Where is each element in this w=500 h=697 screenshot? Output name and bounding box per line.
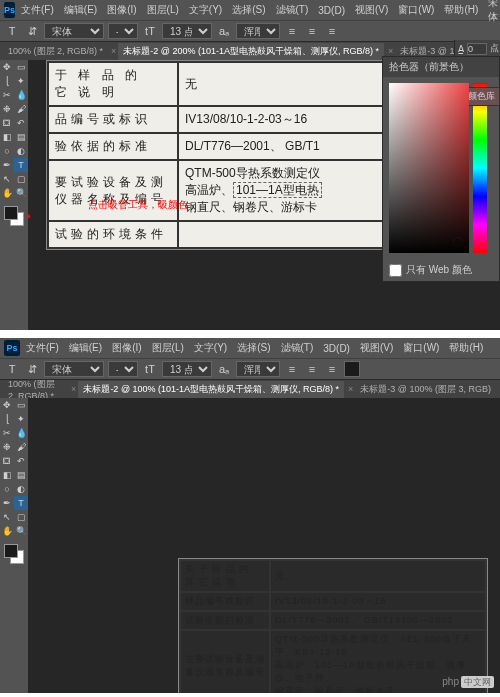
menu-layer[interactable]: 图层(L) <box>148 339 188 357</box>
history-brush-icon[interactable]: ↶ <box>14 116 28 130</box>
eyedropper-tool-icon[interactable]: 💧 <box>14 88 28 102</box>
doc-tab-1[interactable]: 未标题-2 @ 100% (101-1A型电热鼓风干燥箱、测厚仪, RGB/8)… <box>78 381 344 398</box>
brush-tool-icon[interactable]: 🖌 <box>14 440 28 454</box>
gradient-tool-icon[interactable]: ▤ <box>14 468 28 482</box>
zoom-tool-icon[interactable]: 🔍 <box>14 186 28 200</box>
text-color-swatch[interactable] <box>344 361 360 377</box>
document-tab-bar: 100% (图层 2, RGB/8) *× 未标题-2 @ 100% (101-… <box>0 380 500 398</box>
menu-image[interactable]: 图像(I) <box>103 1 140 19</box>
font-family-select[interactable]: 宋体 <box>44 23 104 39</box>
color-swatches[interactable] <box>0 540 28 572</box>
foreground-swatch[interactable] <box>4 206 18 220</box>
marquee-tool-icon[interactable]: ▭ <box>14 60 28 74</box>
font-family-select[interactable]: 宋体 <box>44 361 104 377</box>
eraser-tool-icon[interactable]: ◧ <box>0 130 14 144</box>
pen-tool-icon[interactable]: ✒ <box>0 496 14 510</box>
stamp-tool-icon[interactable]: ⛋ <box>0 454 14 468</box>
font-size-icon: tT <box>142 23 158 39</box>
menu-window[interactable]: 窗口(W) <box>394 1 438 19</box>
canvas-area[interactable]: 关 于 样 品 的其 它 说 明无 样品编号或标识IV13/08/10-1-2-… <box>28 398 500 693</box>
hand-tool-icon[interactable]: ✋ <box>0 186 14 200</box>
menu-help[interactable]: 帮助(H) <box>445 339 487 357</box>
align-right-icon[interactable]: ≡ <box>324 23 340 39</box>
menu-edit[interactable]: 编辑(E) <box>65 339 106 357</box>
dodge-tool-icon[interactable]: ◐ <box>14 482 28 496</box>
doc-tab-1[interactable]: 未标题-2 @ 200% (101-1A型电热鼓风干燥箱、测厚仪, RGB/8)… <box>118 43 384 60</box>
color-swatches[interactable] <box>0 202 28 234</box>
shape-tool-icon[interactable]: ▢ <box>14 172 28 186</box>
anti-alias-select[interactable]: 浑厚 <box>236 361 280 377</box>
foreground-swatch[interactable] <box>4 544 18 558</box>
menu-view[interactable]: 视图(V) <box>356 339 397 357</box>
menu-select[interactable]: 选择(S) <box>228 1 269 19</box>
wand-tool-icon[interactable]: ✦ <box>14 74 28 88</box>
menu-type[interactable]: 文字(Y) <box>190 339 231 357</box>
align-left-icon[interactable]: ≡ <box>284 23 300 39</box>
menu-layer[interactable]: 图层(L) <box>143 1 183 19</box>
menu-file[interactable]: 文件(F) <box>17 1 58 19</box>
menu-view[interactable]: 视图(V) <box>351 1 392 19</box>
doc-tab-0[interactable]: 100% (图层 2, RGB/8) * <box>4 380 67 398</box>
doc-tab-0[interactable]: 100% (图层 2, RGB/8) * <box>4 43 107 60</box>
leading-field[interactable] <box>467 43 487 55</box>
menu-file[interactable]: 文件(F) <box>22 339 63 357</box>
heal-tool-icon[interactable]: ❉ <box>0 102 14 116</box>
menu-type[interactable]: 文字(Y) <box>185 1 226 19</box>
history-brush-icon[interactable]: ↶ <box>14 454 28 468</box>
font-style-select[interactable]: - <box>108 361 138 377</box>
align-right-icon[interactable]: ≡ <box>324 361 340 377</box>
heal-tool-icon[interactable]: ❉ <box>0 440 14 454</box>
menu-edit[interactable]: 编辑(E) <box>60 1 101 19</box>
font-size-select[interactable]: 13 点 <box>162 361 212 377</box>
hand-tool-icon[interactable]: ✋ <box>0 524 14 538</box>
pen-tool-icon[interactable]: ✒ <box>0 158 14 172</box>
menu-3d[interactable]: 3D(D) <box>319 341 354 356</box>
font-style-select[interactable]: - <box>108 23 138 39</box>
doc-tab-2[interactable]: 未标题-3 @ 100% (图层 3, RGB) <box>355 381 496 398</box>
path-tool-icon[interactable]: ↖ <box>0 172 14 186</box>
brush-tool-icon[interactable]: 🖌 <box>14 102 28 116</box>
shape-tool-icon[interactable]: ▢ <box>14 510 28 524</box>
dodge-tool-icon[interactable]: ◐ <box>14 144 28 158</box>
type-tool-icon[interactable]: T <box>14 496 28 510</box>
eraser-tool-icon[interactable]: ◧ <box>0 468 14 482</box>
lasso-tool-icon[interactable]: ɭ <box>0 412 14 426</box>
align-left-icon[interactable]: ≡ <box>284 361 300 377</box>
close-tab-icon[interactable]: × <box>71 384 76 394</box>
menu-image[interactable]: 图像(I) <box>108 339 145 357</box>
type-tool-icon[interactable]: T <box>14 158 28 172</box>
move-tool-icon[interactable]: ✥ <box>0 60 14 74</box>
color-cursor[interactable] <box>453 237 463 247</box>
orientation-icon[interactable]: ⇵ <box>24 23 40 39</box>
wand-tool-icon[interactable]: ✦ <box>14 412 28 426</box>
eyedropper-tool-icon[interactable]: 💧 <box>14 426 28 440</box>
move-tool-icon[interactable]: ✥ <box>0 398 14 412</box>
align-center-icon[interactable]: ≡ <box>304 361 320 377</box>
color-field[interactable] <box>389 83 469 253</box>
blur-tool-icon[interactable]: ○ <box>0 144 14 158</box>
web-colors-checkbox[interactable] <box>389 264 402 277</box>
menu-filter[interactable]: 滤镜(T) <box>277 339 318 357</box>
menu-filter[interactable]: 滤镜(T) <box>272 1 313 19</box>
orientation-icon[interactable]: ⇵ <box>24 361 40 377</box>
close-tab-icon[interactable]: × <box>111 46 116 56</box>
menu-help[interactable]: 帮助(H) <box>440 1 482 19</box>
font-size-select[interactable]: 13 点 <box>162 23 212 39</box>
menu-3d[interactable]: 3D(D) <box>314 3 349 18</box>
blur-tool-icon[interactable]: ○ <box>0 482 14 496</box>
zoom-tool-icon[interactable]: 🔍 <box>14 524 28 538</box>
close-tab-icon[interactable]: × <box>348 384 353 394</box>
align-center-icon[interactable]: ≡ <box>304 23 320 39</box>
menu-window[interactable]: 窗口(W) <box>399 339 443 357</box>
lasso-tool-icon[interactable]: ɭ <box>0 74 14 88</box>
hue-slider[interactable] <box>473 83 487 253</box>
menu-select[interactable]: 选择(S) <box>233 339 274 357</box>
stamp-tool-icon[interactable]: ⛋ <box>0 116 14 130</box>
marquee-tool-icon[interactable]: ▭ <box>14 398 28 412</box>
crop-tool-icon[interactable]: ✂ <box>0 88 14 102</box>
close-tab-icon[interactable]: × <box>388 46 393 56</box>
path-tool-icon[interactable]: ↖ <box>0 510 14 524</box>
crop-tool-icon[interactable]: ✂ <box>0 426 14 440</box>
anti-alias-select[interactable]: 浑厚 <box>236 23 280 39</box>
gradient-tool-icon[interactable]: ▤ <box>14 130 28 144</box>
